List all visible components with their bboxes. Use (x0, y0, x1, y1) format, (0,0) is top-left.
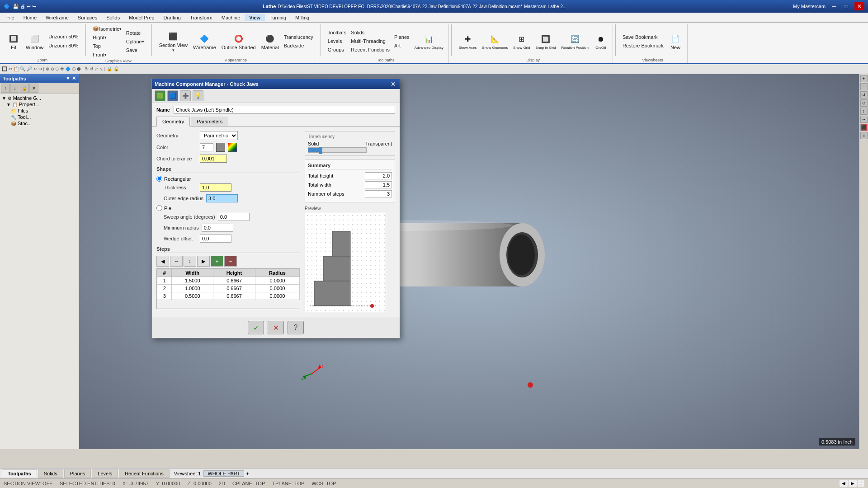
toolbars-button[interactable]: Toolbars (326, 28, 349, 37)
right-button[interactable]: Right▾ (91, 33, 123, 42)
tree-item-tool[interactable]: 🔧 Tool... (1, 114, 78, 120)
maximize-button[interactable]: □ (842, 2, 851, 10)
bottom-tab-solids[interactable]: Solids (38, 469, 63, 478)
new-viewsheet-button[interactable]: 📄 New (666, 31, 684, 52)
rotate-button[interactable]: Rotate (124, 29, 146, 37)
titlebar-right[interactable]: My Mastercam ─ □ ✕ (793, 2, 864, 10)
menu-machine[interactable]: Machine (217, 14, 245, 21)
save-bookmark-button[interactable]: Save Bookmark (621, 33, 665, 41)
rpanel-btn-5[interactable]: ↕ (860, 108, 868, 115)
table-row[interactable]: 3 0.5000 0.6667 0.0000 (157, 292, 300, 300)
planes-button[interactable]: Planes (392, 33, 411, 41)
rpanel-btn-4[interactable]: ⊙ (860, 99, 868, 107)
total-height-value[interactable] (365, 172, 392, 179)
show-gnomons-button[interactable]: 📐 Show Gnomons (480, 32, 510, 51)
nav-next-btn[interactable]: ▶ (849, 480, 857, 487)
window-button[interactable]: ⬜ Window (24, 31, 46, 52)
fit-button[interactable]: 🔲 Fit (5, 31, 23, 52)
sidebar-tool-btn-4[interactable]: ✕ (29, 84, 38, 93)
nav-scroll-btn[interactable]: ↕ (858, 480, 864, 487)
outer-edge-input[interactable] (206, 194, 238, 202)
advanced-display-button[interactable]: 📊 Advanced Display (412, 32, 446, 51)
pie-radio[interactable] (156, 205, 162, 211)
color-picker-button[interactable] (228, 143, 237, 152)
steps-btn-first[interactable]: ◀ (156, 256, 169, 267)
minimize-button[interactable]: ─ (829, 2, 839, 10)
front-button[interactable]: Front▾ (91, 51, 123, 59)
menu-drafting[interactable]: Drafting (159, 14, 185, 21)
whole-part-label[interactable]: WHOLE PART (203, 470, 244, 477)
material-button[interactable]: ⚫ Material (259, 31, 281, 52)
outline-shaded-button[interactable]: ⭕ Outline Shaded (219, 31, 258, 52)
rpanel-btn-2[interactable]: − (860, 83, 868, 90)
recent-functions-button[interactable]: Recent Functions (349, 46, 392, 54)
rpanel-btn-3[interactable]: ↺ (860, 91, 868, 99)
table-row[interactable]: 1 1.5000 0.6667 0.0000 (157, 277, 300, 285)
color-number-input[interactable] (200, 143, 213, 151)
my-mastercam-link[interactable]: My Mastercam (793, 4, 826, 9)
ok-button[interactable]: ✓ (248, 321, 264, 334)
min-radius-input[interactable] (202, 224, 233, 232)
sidebar-tool-btn-2[interactable]: ↓ (10, 84, 19, 93)
chord-tolerance-input[interactable] (200, 155, 227, 163)
rpanel-btn-6[interactable]: ↔ (860, 116, 868, 123)
levels-button[interactable]: Levels (326, 37, 349, 45)
tab-geometry[interactable]: Geometry (156, 117, 190, 127)
rectangular-radio[interactable] (156, 176, 162, 182)
cancel-button[interactable]: ✕ (268, 321, 284, 334)
rotation-position-button[interactable]: 🔄 Rotation Position (559, 32, 590, 51)
dlg-tool-blue[interactable]: 🟦 (167, 90, 178, 101)
section-view-button[interactable]: ⬛ Section View▾ (157, 28, 190, 54)
solids-tp-button[interactable]: Solids (349, 28, 392, 37)
translucency-button[interactable]: Translucency (282, 33, 315, 41)
top-button[interactable]: Top (91, 42, 123, 50)
rpanel-btn-1[interactable]: + (860, 75, 868, 82)
isometric-button[interactable]: 📦 Isometric▾ (91, 24, 123, 33)
translucency-slider[interactable] (308, 147, 367, 153)
backside-button[interactable]: Backside (282, 42, 315, 50)
menu-view[interactable]: View (245, 14, 265, 21)
dialog-close-button[interactable]: ✕ (390, 80, 397, 88)
tab-parameters[interactable]: Parameters (191, 117, 228, 126)
menu-solids[interactable]: Solids (102, 14, 124, 21)
help-button[interactable]: ? (288, 321, 304, 334)
close-button[interactable]: ✕ (854, 2, 864, 10)
steps-btn-remove[interactable]: − (224, 256, 237, 267)
menu-turning[interactable]: Turning (265, 14, 291, 21)
menu-transform[interactable]: Transform (185, 14, 217, 21)
dlg-tool-add[interactable]: ➕ (180, 90, 191, 101)
menu-modelprep[interactable]: Model Prep (124, 14, 159, 21)
translucency-thumb[interactable] (319, 147, 322, 154)
snap-to-grid-button[interactable]: 🔲 Snap to Grid (533, 32, 558, 51)
steps-btn-width[interactable]: ↔ (170, 256, 183, 267)
save-view-button[interactable]: Save (124, 46, 146, 54)
total-width-value[interactable] (365, 181, 392, 188)
steps-btn-last[interactable]: ▶ (197, 256, 210, 267)
dlg-tool-light[interactable]: 💡 (193, 90, 203, 101)
wedge-offset-input[interactable] (200, 235, 231, 243)
show-axes-button[interactable]: ✚ Show Axes (457, 32, 479, 51)
menu-file[interactable]: File (2, 14, 19, 21)
wireframe-button[interactable]: 🔷 Wireframe (191, 31, 218, 52)
multi-threading-button[interactable]: Multi-Threading (349, 37, 392, 45)
menu-wireframe[interactable]: Wireframe (41, 14, 73, 21)
tree-item-machine[interactable]: ▼ ⚙ Machine G... (1, 95, 78, 101)
num-steps-value[interactable] (365, 190, 392, 197)
steps-btn-add[interactable]: + (211, 256, 223, 267)
menu-milling[interactable]: Milling (291, 14, 314, 21)
show-grid-button[interactable]: ⊞ Show Grid (511, 32, 532, 51)
rpanel-btn-7[interactable]: ≡ (860, 132, 868, 139)
nav-prev-btn[interactable]: ◀ (840, 480, 848, 487)
groups-button[interactable]: Groups (326, 46, 349, 54)
tree-item-files[interactable]: 📁 Files (1, 108, 78, 114)
menu-surfaces[interactable]: Surfaces (73, 14, 102, 21)
restore-bookmark-button[interactable]: Restore Bookmark (621, 42, 665, 50)
sidebar-tool-btn-1[interactable]: ↑ (1, 84, 10, 93)
art-button[interactable]: Art (392, 42, 411, 50)
unzoom50-button[interactable]: Unzoom 50% (47, 33, 80, 41)
tree-item-properties[interactable]: ▼ 📋 Propert... (1, 101, 78, 108)
menu-home[interactable]: Home (19, 14, 41, 21)
rpanel-btn-red[interactable]: ⬛ (860, 124, 868, 131)
sidebar-tool-btn-3[interactable]: 🔒 (20, 84, 29, 93)
name-input[interactable] (174, 106, 395, 114)
